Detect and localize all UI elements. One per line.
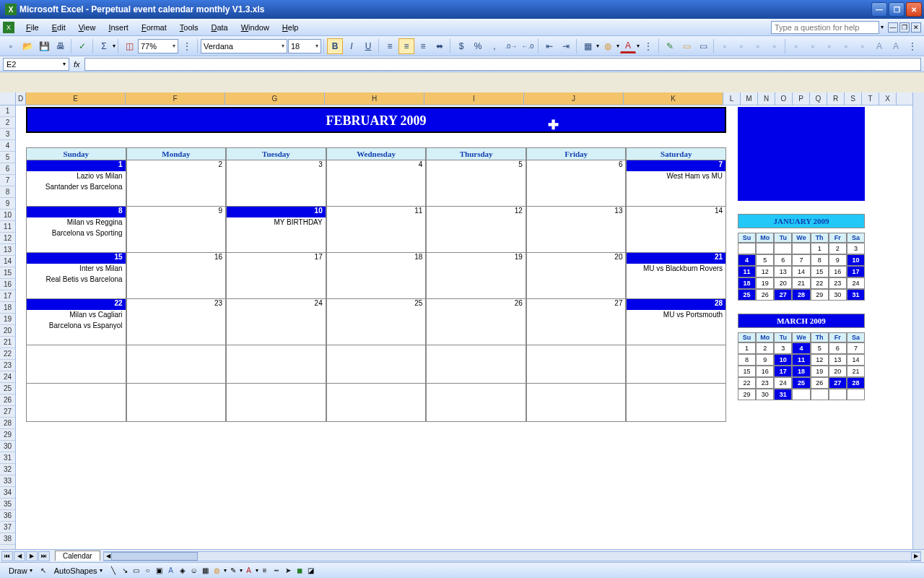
zoom-combo[interactable]: 77%▾ xyxy=(138,39,178,53)
row-header[interactable]: 37 xyxy=(0,522,15,533)
row-header[interactable]: 29 xyxy=(0,429,15,441)
mini-day-cell[interactable] xyxy=(792,389,810,400)
mini-day-cell[interactable]: 10 xyxy=(847,254,865,266)
row-header[interactable]: 35 xyxy=(0,499,15,510)
mini-day-cell[interactable]: 26 xyxy=(756,289,774,301)
mini-day-cell[interactable]: 31 xyxy=(847,289,865,301)
mini-day-cell[interactable]: 4 xyxy=(792,342,810,354)
print-icon[interactable]: 🖶 xyxy=(53,38,69,54)
day-cell[interactable]: 7West Ham vs MU xyxy=(626,160,726,207)
help-search-input[interactable] xyxy=(771,21,879,34)
day-cell[interactable]: 17 xyxy=(226,253,326,299)
row-headers[interactable]: 1234567891011121314151617181920212223242… xyxy=(0,92,16,562)
mini-day-cell[interactable]: 27 xyxy=(774,289,792,301)
mini-day-cell[interactable]: 24 xyxy=(774,377,792,389)
autoshapes-menu[interactable]: AutoShapes ▾ xyxy=(50,566,107,576)
row-header[interactable]: 34 xyxy=(0,487,15,499)
mini-day-cell[interactable]: 1 xyxy=(738,342,756,354)
day-cell[interactable]: 4 xyxy=(326,160,427,207)
mdi-restore-button[interactable]: ❐ xyxy=(899,22,910,33)
menu-help[interactable]: Help xyxy=(276,22,305,33)
col-header[interactable]: N xyxy=(758,92,775,105)
mini-day-cell[interactable]: 17 xyxy=(774,366,792,377)
merge-center-icon[interactable]: ⬌ xyxy=(432,38,448,54)
mini-day-cell[interactable]: 22 xyxy=(738,377,756,389)
shadow-icon[interactable]: ◼ xyxy=(295,566,305,576)
horizontal-scrollbar[interactable]: ◀ ▶ xyxy=(103,551,921,561)
extra3-icon[interactable]: ▫ xyxy=(750,38,766,54)
font-color-icon[interactable]: A xyxy=(620,39,636,53)
extra8-icon[interactable]: ▫ xyxy=(838,38,854,54)
name-box[interactable]: E2▾ xyxy=(3,58,69,71)
col-header[interactable]: H xyxy=(325,92,424,105)
clipart-icon[interactable]: ☺ xyxy=(189,566,199,576)
column-headers[interactable]: DEFGHIJKLMNOPQRSTX xyxy=(16,92,924,105)
mini-day-cell[interactable]: 11 xyxy=(792,354,810,366)
toolbar-options2-icon[interactable]: ⋮ xyxy=(640,38,656,54)
mdi-close-button[interactable]: ✕ xyxy=(911,22,921,33)
draw-menu[interactable]: Draw ▾ xyxy=(4,566,37,576)
row-header[interactable]: 31 xyxy=(0,452,15,464)
mini-day-cell[interactable]: 18 xyxy=(792,366,810,377)
day-cell[interactable] xyxy=(226,384,326,422)
borders-dropdown-icon[interactable]: ▾ xyxy=(596,43,599,49)
workbook-icon[interactable]: X xyxy=(3,22,14,33)
row-header[interactable]: 36 xyxy=(0,510,15,522)
day-cell[interactable]: 20 xyxy=(526,253,627,299)
open-icon[interactable]: 📂 xyxy=(19,38,35,54)
row-header[interactable]: 6 xyxy=(0,163,15,175)
day-cell[interactable]: 1Lazio vs MilanSantander vs Barcelona xyxy=(26,160,126,207)
row-header[interactable]: 30 xyxy=(0,441,15,452)
row-header[interactable]: 19 xyxy=(0,314,15,325)
new-icon[interactable]: ▫ xyxy=(3,38,19,54)
day-cell[interactable] xyxy=(326,345,427,384)
translate-icon[interactable]: ▭ xyxy=(695,38,711,54)
line-dd-icon[interactable]: ▾ xyxy=(240,567,243,574)
row-header[interactable]: 7 xyxy=(0,175,15,186)
save-icon[interactable]: 💾 xyxy=(36,38,52,54)
row-header[interactable]: 21 xyxy=(0,337,15,348)
align-right-icon[interactable]: ≡ xyxy=(415,38,431,54)
row-header[interactable]: 24 xyxy=(0,371,15,383)
increase-indent-icon[interactable]: ⇥ xyxy=(558,38,574,54)
day-cell[interactable] xyxy=(126,384,227,422)
extra6-icon[interactable]: ▫ xyxy=(805,38,821,54)
menu-window[interactable]: Window xyxy=(235,22,275,33)
extra1-icon[interactable]: ▫ xyxy=(717,38,733,54)
calendar-title-cell[interactable]: FEBRUARY 2009 ✚ xyxy=(26,107,726,133)
fx-icon[interactable]: fx xyxy=(74,60,80,69)
mdi-minimize-button[interactable]: — xyxy=(888,22,898,33)
mini-day-cell[interactable]: 25 xyxy=(792,377,810,389)
mini-day-cell[interactable]: 23 xyxy=(829,277,847,289)
mini-day-cell[interactable]: 21 xyxy=(792,277,810,289)
mini-day-cell[interactable]: 29 xyxy=(738,389,756,400)
row-header[interactable]: 16 xyxy=(0,279,15,290)
dash-style-icon[interactable]: ┅ xyxy=(271,566,282,576)
mini-day-cell[interactable]: 14 xyxy=(847,354,865,366)
col-header[interactable]: K xyxy=(624,92,723,105)
comma-icon[interactable]: , xyxy=(487,38,502,54)
row-header[interactable]: 27 xyxy=(0,406,15,418)
extra7-icon[interactable]: ▫ xyxy=(821,38,837,54)
menu-data[interactable]: Data xyxy=(205,22,233,33)
mini-day-cell[interactable]: 9 xyxy=(756,354,774,366)
font2-dd-icon[interactable]: ▾ xyxy=(256,567,258,574)
col-header[interactable]: O xyxy=(775,92,793,105)
borders-icon[interactable]: ▦ xyxy=(580,38,596,54)
row-header[interactable]: 25 xyxy=(0,383,15,394)
line-style-icon[interactable]: ≡ xyxy=(260,566,270,576)
col-header[interactable]: P xyxy=(793,92,810,105)
extra9-icon[interactable]: ▫ xyxy=(855,38,871,54)
row-header[interactable]: 38 xyxy=(0,533,15,545)
mini-day-cell[interactable]: 3 xyxy=(774,342,792,354)
row-header[interactable]: 20 xyxy=(0,325,15,337)
mini-day-cell[interactable]: 28 xyxy=(792,289,810,301)
mini-day-cell[interactable] xyxy=(774,243,792,254)
col-header[interactable]: L xyxy=(723,92,741,105)
day-cell[interactable] xyxy=(326,384,427,422)
mini-day-cell[interactable] xyxy=(756,243,774,254)
mini-day-cell[interactable]: 31 xyxy=(774,389,792,400)
day-cell[interactable]: 23 xyxy=(126,299,227,345)
toolbar-options-icon[interactable]: ⋮ xyxy=(179,38,195,54)
line-color-icon[interactable]: ✎ xyxy=(228,566,238,576)
